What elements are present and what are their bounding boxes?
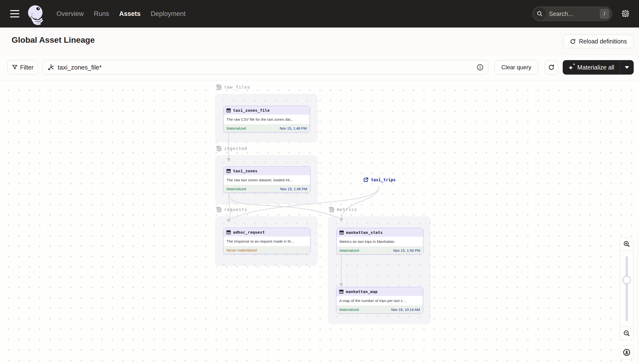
asset-node-description: The response to an request made in th...	[224, 236, 310, 246]
materialize-all-button[interactable]: ✦✦ Materialize all	[563, 60, 634, 74]
lineage-graph-canvas[interactable]: raw_files ingested requests metrics	[0, 80, 639, 364]
search-input[interactable]	[549, 10, 592, 18]
dagster-logo-icon[interactable]	[26, 4, 45, 26]
nav-links: Overview Runs Assets Deployment	[57, 10, 186, 18]
reload-definitions-button[interactable]: Reload definitions	[563, 34, 633, 48]
asset-node-footer: Materialized Nov 15, 1:50 PM	[337, 246, 423, 254]
clear-query-button[interactable]: Clear query	[495, 60, 538, 74]
zoom-in-button[interactable]	[620, 238, 633, 251]
download-icon	[622, 348, 631, 356]
asset-node-footer: Materialized Nov 16, 10:14 AM	[336, 306, 423, 313]
zoom-controls	[620, 237, 634, 340]
asset-node-taxi-zones[interactable]: taxi_zones The raw taxi zones dataset, l…	[223, 166, 310, 193]
settings-gear-icon[interactable]	[620, 8, 631, 19]
nav-link-deployment[interactable]: Deployment	[151, 10, 186, 18]
materialization-timestamp: Nov 15, 1:46 PM	[280, 187, 307, 191]
status-badge: Materialized	[227, 126, 246, 130]
sparkles-icon: ✦✦	[568, 64, 574, 71]
asset-node-description: Metrics on taxi trips in Manhattan	[337, 237, 423, 246]
table-icon	[226, 108, 231, 113]
status-badge: Never materialized	[227, 248, 257, 252]
materialize-dropdown-caret[interactable]	[620, 60, 634, 74]
zoom-slider-track[interactable]	[625, 256, 628, 321]
zoom-slider[interactable]	[620, 251, 633, 326]
group-table-icon	[215, 145, 222, 152]
group-label-requests: requests	[215, 206, 247, 213]
page-header: Global Asset Lineage Reload definitions	[0, 28, 639, 55]
asset-node-footer: Materialized Nov 15, 1:46 PM	[224, 185, 310, 192]
external-link-icon	[363, 177, 369, 183]
status-badge: Materialized	[340, 248, 359, 252]
group-table-icon	[215, 206, 222, 213]
materialization-timestamp: Nov 15, 1:50 PM	[393, 248, 420, 252]
materialization-timestamp: Nov 15, 1:46 PM	[280, 126, 307, 130]
asset-node-header: manhattan_stats	[337, 228, 423, 237]
table-icon	[226, 169, 231, 173]
asset-node-description: The raw taxi zones dataset, loaded int..…	[224, 175, 310, 185]
nav-link-assets[interactable]: Assets	[119, 10, 141, 18]
nav-link-runs[interactable]: Runs	[94, 10, 109, 18]
external-asset-taxi-trips[interactable]: taxi_trips	[363, 177, 396, 183]
table-icon	[339, 230, 344, 235]
asset-selection-icon	[47, 64, 54, 71]
asset-node-footer: Never materialized	[224, 246, 310, 254]
asset-node-header: taxi_zones_file	[224, 106, 310, 115]
refresh-icon	[548, 64, 555, 71]
asset-selection-input[interactable]	[43, 60, 488, 74]
zoom-out-button[interactable]	[620, 326, 633, 340]
asset-node-manhattan-stats[interactable]: manhattan_stats Metrics on taxi trips in…	[336, 228, 423, 254]
status-badge: Materialized	[339, 308, 359, 312]
asset-node-header: adhoc_request	[224, 228, 310, 236]
group-label-ingested: ingested	[215, 145, 247, 152]
group-label-raw-files: raw_files	[215, 84, 250, 90]
search-icon	[533, 8, 546, 20]
lineage-edges	[0, 78, 639, 364]
asset-node-adhoc-request[interactable]: adhoc_request The response to an request…	[223, 228, 310, 254]
scrollbar-edge	[637, 232, 638, 364]
hamburger-menu-icon[interactable]	[10, 10, 19, 18]
page-title: Global Asset Lineage	[12, 35, 95, 45]
asset-node-manhattan-map[interactable]: manhattan_map A map of the number of tri…	[336, 287, 423, 314]
filter-funnel-icon	[12, 64, 18, 70]
asset-node-taxi-zones-file[interactable]: taxi_zones_file The raw CSV file for the…	[223, 106, 310, 132]
asset-node-header: manhattan_map	[336, 287, 423, 296]
materialization-timestamp: Nov 16, 10:14 AM	[391, 308, 420, 312]
zoom-in-icon	[623, 240, 630, 248]
info-icon[interactable]	[476, 64, 484, 71]
asset-node-footer: Materialized Nov 15, 1:46 PM	[224, 124, 310, 132]
top-navbar: Overview Runs Assets Deployment /	[0, 0, 639, 28]
asset-node-header: taxi_zones	[224, 166, 310, 175]
chevron-down-icon	[625, 66, 629, 69]
reload-icon	[570, 38, 576, 45]
group-table-icon	[328, 206, 335, 213]
group-table-icon	[215, 84, 222, 90]
status-badge: Materialized	[227, 187, 246, 191]
zoom-slider-thumb[interactable]	[622, 276, 631, 284]
table-icon	[339, 290, 344, 294]
global-search[interactable]: /	[532, 6, 612, 21]
download-image-button[interactable]	[620, 346, 634, 359]
table-icon	[226, 230, 231, 234]
asset-node-description: The raw CSV file for the taxi zones dat.…	[224, 115, 310, 124]
asset-query-input[interactable]	[58, 64, 476, 71]
nav-link-overview[interactable]: Overview	[57, 10, 84, 18]
asset-node-description: A map of the number of trips per taxi z.…	[336, 296, 423, 306]
refresh-button[interactable]	[544, 60, 558, 74]
search-shortcut-badge: /	[600, 9, 609, 18]
lineage-toolbar: Filter Clear query ✦✦ Materialize all	[0, 55, 639, 80]
zoom-out-icon	[623, 330, 630, 337]
group-label-metrics: metrics	[328, 206, 357, 213]
filter-button[interactable]: Filter	[7, 60, 38, 74]
